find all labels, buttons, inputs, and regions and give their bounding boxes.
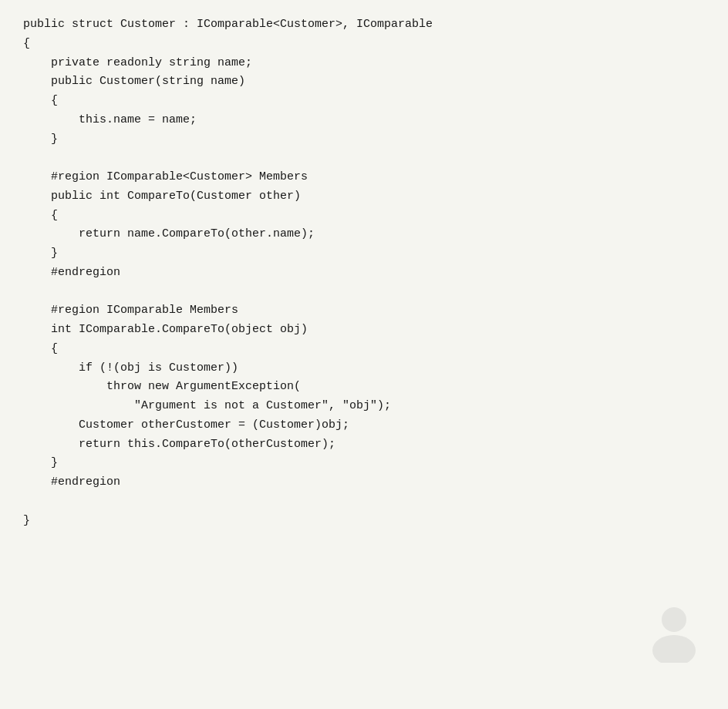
watermark-icon: [643, 601, 705, 663]
code-display: public struct Customer : IComparable<Cus…: [23, 15, 705, 530]
svg-point-1: [652, 635, 696, 663]
svg-point-0: [662, 607, 686, 632]
